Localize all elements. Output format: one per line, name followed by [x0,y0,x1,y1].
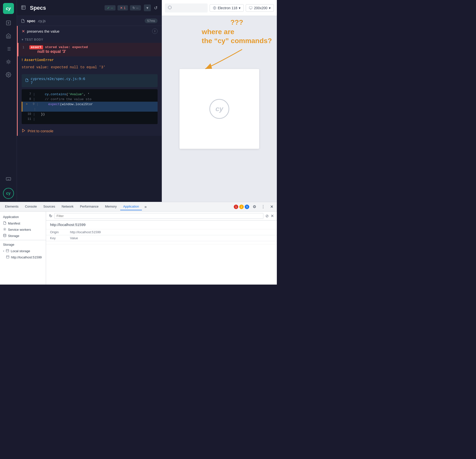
devtools-settings-button[interactable]: ⚙ [251,204,258,210]
specs-icon [21,5,26,11]
dt-value-header: Value [66,235,277,241]
dt-key-header: Key [46,235,66,241]
svg-marker-10 [22,129,25,132]
code-line-11: 11 | [22,117,158,122]
dt-filter-x-button[interactable]: ✕ [271,214,274,218]
spin-icon: ↻ [132,6,135,10]
table-row [46,241,277,244]
tab-sources[interactable]: Sources [40,203,58,210]
preview-box: cy [179,69,259,149]
preview-panel: Electron 118 ▾ 200x200 ▾ ??? where are t… [162,0,277,202]
dt-item-local-storage[interactable]: ▾ Local storage [0,248,46,254]
file-link-icon [25,78,29,83]
url-bar[interactable] [165,3,208,12]
svg-point-8 [8,74,9,76]
tab-application[interactable]: Application [120,203,142,210]
service-workers-icon [3,228,6,232]
dt-filter-bar: ↻ ⊘ ✕ [46,212,277,221]
tab-performance[interactable]: Performance [77,203,101,210]
dt-item-localhost[interactable]: http://localhost:51599 [0,254,46,260]
cy-bottom-logo[interactable]: cy [3,188,14,199]
sidebar-item-target[interactable] [4,32,12,40]
table-cell-key [46,241,66,244]
svg-rect-24 [6,256,9,258]
devtools-icons: 1 2 9 ⚙ ⋮ ✕ [234,204,275,210]
svg-rect-9 [6,178,10,180]
test-name: ✕ preserves the value [22,29,60,34]
refresh-button[interactable]: ↺ [154,5,158,11]
file-link-text: cypress/e2e/spec.cy.js:9:6 7 [31,77,85,85]
info-count-badge: 9 [245,205,249,209]
code-block: 7 | cy.contains('#value', ' 8 | // confi… [22,89,158,124]
tab-overflow[interactable]: » [142,204,149,210]
dt-collapse-icon: ▾ [3,250,4,252]
dt-url-row: http://localhost:51599 [46,221,277,229]
svg-point-22 [3,234,6,235]
dt-url-display: http://localhost:51599 [50,223,86,227]
devtools-more-button[interactable]: ⋮ [260,204,267,210]
dt-section-application: Application [0,214,46,220]
dt-filter-input[interactable] [54,213,263,219]
spec-time: 57ms [145,18,158,23]
test-name-text: preserves the value [27,29,60,33]
status-badges: ✓ -- ✕ 1 ↻ -- [105,5,141,10]
devtools: Elements Console Sources Network Perform… [0,202,277,285]
info-icon[interactable]: i [152,28,158,34]
assert-badge: assert [29,45,43,49]
sidebar-item-list[interactable] [4,45,12,53]
error-line: ! AssertionError [18,56,162,63]
chevron-down-icon-2: ▾ [269,6,271,10]
filter-dropdown[interactable]: ▾ [144,4,151,11]
test-body-label[interactable]: ▾ TEST BODY [18,36,162,43]
svg-point-7 [7,61,9,63]
viewport-select[interactable]: 200x200 ▾ [246,4,274,12]
specs-title: Specs [30,5,102,11]
svg-point-21 [4,229,5,230]
sidebar-item-bug[interactable] [4,58,12,66]
test-row: ✕ preserves the value i ▾ TEST BODY 1 as… [17,26,162,136]
preview-toolbar: Electron 118 ▾ 200x200 ▾ [162,0,277,16]
print-icon [22,129,26,133]
crosshair-icon [168,5,172,10]
error-count-badge: 1 [234,205,238,209]
devtools-close-button[interactable]: ✕ [269,204,275,210]
print-to-console-button[interactable]: Print to console [18,126,162,136]
sidebar-item-code[interactable] [4,19,12,27]
sidebar-logo[interactable]: cy [3,3,14,14]
sidebar-item-settings[interactable] [4,71,12,79]
spec-file: spec.cy.js [21,19,46,23]
dt-item-service-workers[interactable]: Service workers [0,227,46,233]
devtools-tabs: Elements Console Sources Network Perform… [0,202,277,212]
error-detail: stored value: expected null to equal '3' [18,63,162,72]
tab-elements[interactable]: Elements [2,203,21,210]
pass-badge: ✓ -- [105,5,116,10]
top-bar: Specs ✓ -- ✕ 1 ↻ -- ▾ ↺ [17,0,162,16]
dt-filter-refresh-button[interactable]: ↻ [49,214,52,218]
logo-text: cy [6,6,11,11]
sidebar: cy cy [0,0,17,202]
error-badge-group: 1 2 9 [234,205,249,209]
code-line-9: > 9 | expect(window.localStor [22,102,158,107]
browser-select[interactable]: Electron 118 ▾ [210,4,244,12]
dt-item-manifest[interactable]: Manifest [0,220,46,227]
assert-block: 1 assert stored value: expected null to … [18,43,162,56]
dt-section-storage: Storage [0,241,46,248]
devtools-main: ↻ ⊘ ✕ http://localhost:51599 Origin http… [46,212,277,285]
code-line-gap: | [22,107,158,112]
fail-badge: ✕ 1 [118,5,128,10]
file-link-block[interactable]: cypress/e2e/spec.cy.js:9:6 7 [22,74,158,87]
dt-item-storage[interactable]: Storage [0,233,46,239]
table-cell-value [66,241,277,244]
sidebar-item-keyboard[interactable] [4,175,12,183]
assert-text: stored value: expected [45,45,88,49]
devtools-sidebar: Application Manifest Service workers Sto… [0,212,46,285]
tab-network[interactable]: Network [59,203,77,210]
code-line-7: 7 | cy.contains('#value', ' [22,92,158,97]
chevron-icon: ▾ [22,38,23,41]
code-line-8: 8 | // confirm the value sto [22,97,158,102]
tab-memory[interactable]: Memory [102,203,120,210]
warn-count-badge: 2 [239,205,244,209]
dt-filter-clear-button[interactable]: ⊘ [265,214,269,218]
test-row-header[interactable]: ✕ preserves the value i [18,26,162,36]
tab-console[interactable]: Console [22,203,40,210]
